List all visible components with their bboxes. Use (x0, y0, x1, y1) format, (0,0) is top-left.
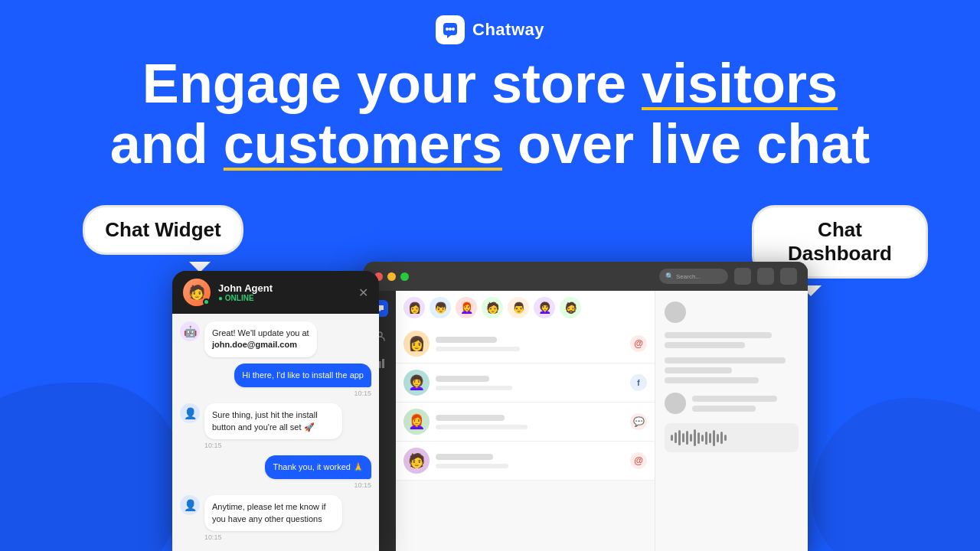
dashboard-controls: 🔍 Search... (659, 268, 797, 285)
bg-blob-right (812, 398, 980, 551)
dashboard-titlebar: 🔍 Search... (364, 262, 808, 291)
msg-bubble-1: Great! We'll update you atjohn.doe@gmail… (204, 321, 317, 357)
conv-item-2[interactable]: 👩‍🦱 f (396, 364, 655, 403)
dash-av-5: 👨 (508, 297, 529, 318)
conv-msg-4 (436, 464, 508, 468)
msg-bubble-5: Anytime, please let me know if you have … (204, 495, 342, 531)
audio-wave (665, 423, 799, 452)
conv-avatar-1: 👩 (403, 331, 430, 357)
tl-yellow (387, 272, 396, 281)
wave-bar-2 (675, 432, 677, 443)
wave-bar-6 (690, 434, 692, 442)
ctrl-btn-1[interactable] (734, 268, 751, 285)
message-3: 👤 Sure thing, just hit the install butto… (180, 403, 371, 449)
wave-bar-4 (682, 433, 684, 442)
dash-av-1: 👩 (403, 297, 425, 318)
ctrl-btn-2[interactable] (757, 268, 774, 285)
right-avatar (665, 302, 686, 323)
wave-bar-9 (701, 435, 704, 442)
headline-word-visitors: visitors (642, 53, 838, 114)
close-icon[interactable]: ✕ (358, 285, 368, 300)
conv-badge-1: @ (630, 335, 647, 352)
widget-header: 🧑 John Agent ● ONLINE ✕ (172, 271, 379, 314)
svg-point-2 (449, 28, 452, 31)
conv-item-4[interactable]: 🧑 @ (396, 442, 655, 481)
wave-bar-8 (697, 432, 700, 444)
conv-avatar-3: 👩‍🦰 (403, 409, 430, 435)
agent-avatar-3: 👤 (180, 495, 200, 515)
widget-body: 🤖 Great! We'll update you atjohn.doe@gma… (172, 314, 379, 551)
online-indicator (203, 298, 210, 305)
chatway-logo-icon (436, 15, 465, 44)
conv-name-4 (436, 454, 493, 460)
dash-av-7: 🧔 (560, 297, 581, 318)
skeleton-1 (665, 332, 799, 348)
logo-bar: Chatway (0, 0, 980, 44)
wave-bar-10 (705, 432, 707, 445)
msg-bubble-4: Thank you, it worked 🙏 (265, 455, 371, 479)
message-5: 👤 Anytime, please let me know if you hav… (180, 495, 371, 541)
msg-bubble-3: Sure thing, just hit the install button … (204, 403, 342, 439)
wave-bar-11 (709, 433, 711, 443)
svg-point-3 (452, 28, 455, 31)
wave-bar-13 (717, 434, 719, 442)
wave-bar-14 (720, 432, 723, 444)
chat-dashboard-mockup: 🔍 Search... (364, 262, 808, 551)
message-2: Hi there, I'd like to install the app 10… (180, 364, 371, 397)
agent-avatar: 🧑 (183, 279, 211, 306)
conv-msg-3 (436, 425, 528, 429)
wave-bar-15 (724, 435, 727, 441)
conv-name-2 (436, 376, 489, 382)
conv-item-1[interactable]: 👩 @ (396, 324, 655, 364)
message-1: 🤖 Great! We'll update you atjohn.doe@gma… (180, 321, 371, 357)
msg-bubble-2: Hi there, I'd like to install the app (234, 364, 371, 387)
dash-av-3: 👩‍🦰 (456, 297, 477, 318)
wave-bar-7 (694, 429, 696, 446)
conv-badge-3: 💬 (630, 413, 647, 430)
dash-av-2: 👦 (430, 297, 451, 318)
conv-name-1 (436, 337, 497, 343)
dashboard-body: 👩 👦 👩‍🦰 🧑 👨 👩‍🦱 🧔 👩 (364, 291, 808, 551)
app-name: Chatway (472, 20, 544, 40)
wave-bar-3 (678, 430, 681, 445)
wave-bar-12 (713, 430, 715, 446)
dash-av-6: 👩‍🦱 (534, 297, 555, 318)
message-4: Thank you, it worked 🙏 10:15 (180, 455, 371, 489)
dashboard-right-panel (655, 291, 808, 551)
conv-badge-4: @ (630, 452, 647, 469)
dash-av-4: 🧑 (482, 297, 503, 318)
headline-text: Engage your store visitors and customers… (46, 54, 934, 174)
skeleton-2 (665, 357, 799, 383)
chat-widget-mockup: 🧑 John Agent ● ONLINE ✕ 🤖 Great! We'll u… (172, 271, 379, 551)
search-icon: 🔍 (665, 272, 674, 280)
agent-name: John Agent (218, 282, 273, 294)
bot-avatar: 🤖 (180, 321, 200, 341)
ctrl-btn-3[interactable] (780, 268, 797, 285)
dashboard-main: 👩 👦 👩‍🦰 🧑 👨 👩‍🦱 🧔 👩 (396, 291, 655, 551)
callout-chat-widget: Chat Widget (83, 205, 243, 255)
svg-rect-8 (382, 359, 384, 368)
conv-badge-2: f (630, 374, 647, 391)
wave-bar-5 (686, 431, 688, 445)
agent-avatar-2: 👤 (180, 403, 200, 423)
screenshots-container: 🧑 John Agent ● ONLINE ✕ 🤖 Great! We'll u… (145, 262, 835, 551)
conv-name-3 (436, 415, 505, 421)
conv-msg-1 (436, 347, 520, 351)
conv-item-3[interactable]: 👩‍🦰 💬 (396, 403, 655, 442)
headline-word-customers: customers (224, 113, 502, 174)
agent-status: ● ONLINE (218, 294, 273, 302)
conv-msg-2 (436, 386, 512, 390)
headline: Engage your store visitors and customers… (0, 54, 980, 174)
tl-green (400, 272, 409, 281)
conv-avatar-4: 🧑 (403, 448, 430, 474)
avatar-bar: 👩 👦 👩‍🦰 🧑 👨 👩‍🦱 🧔 (396, 291, 655, 324)
svg-point-1 (446, 28, 449, 31)
conv-avatar-2: 👩‍🦱 (403, 370, 430, 396)
search-bar[interactable]: 🔍 Search... (659, 269, 728, 284)
conversation-list: 👩 @ 👩‍🦱 f (396, 324, 655, 481)
traffic-lights (374, 272, 409, 281)
wave-bar-1 (671, 435, 673, 441)
right-avatar-2 (665, 393, 686, 414)
